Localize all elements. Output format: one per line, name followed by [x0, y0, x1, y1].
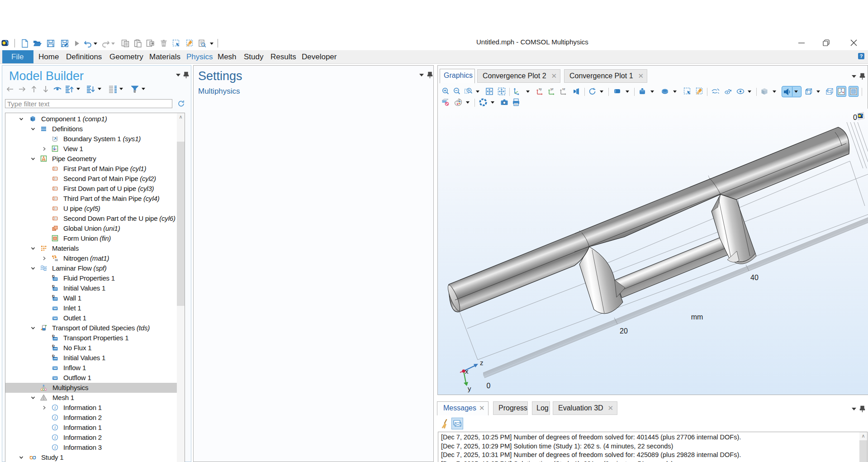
svg-text:yz: yz — [550, 87, 554, 91]
svg-text:mm: mm — [691, 313, 703, 321]
svg-text:xz: xz — [562, 87, 565, 90]
svg-text:y: y — [468, 385, 471, 392]
svg-text:xy: xy — [539, 87, 542, 91]
svg-text:20: 20 — [620, 327, 628, 335]
svg-text:0: 0 — [853, 114, 857, 121]
svg-text:40: 40 — [750, 274, 759, 281]
svg-text:z: z — [480, 359, 484, 367]
svg-text:0: 0 — [487, 382, 491, 390]
svg-text:x: x — [465, 367, 469, 375]
